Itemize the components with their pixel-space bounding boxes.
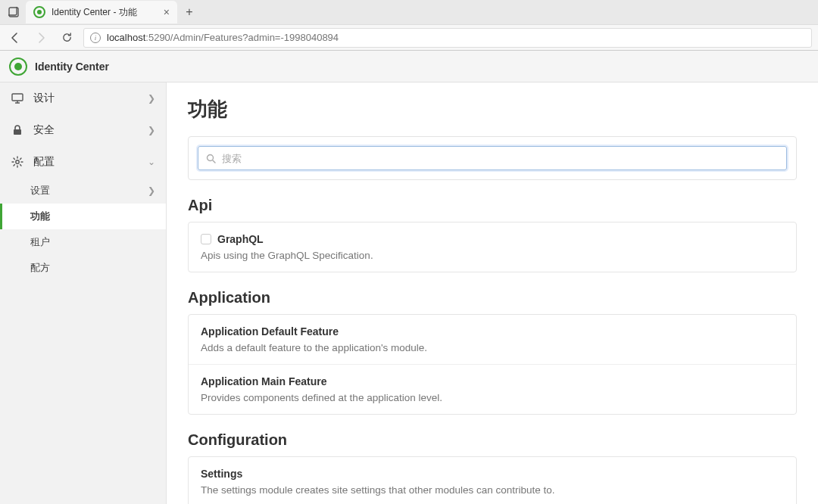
- feature-checkbox[interactable]: [201, 234, 211, 244]
- tab-favicon: [33, 6, 45, 18]
- chevron-right-icon: ❯: [148, 93, 155, 104]
- sidebar-item-security[interactable]: 安全 ❯: [0, 114, 166, 146]
- search-icon: [206, 154, 216, 163]
- sidebar-sub-label: 配方: [30, 261, 50, 275]
- feature-name: Application Main Feature: [201, 375, 326, 387]
- browser-chrome: Identity Center - 功能 × + i localhost:529…: [0, 0, 818, 51]
- svg-rect-2: [12, 94, 23, 101]
- feature-desc: Apis using the GraphQL Specification.: [201, 250, 784, 261]
- sidebar-item-label: 配置: [33, 155, 55, 169]
- sidebar-sub-features[interactable]: 功能: [0, 204, 166, 229]
- search-container: [188, 136, 797, 180]
- sidebar-sub-label: 租户: [30, 235, 50, 249]
- browser-toolbar: i localhost:5290/Admin/Features?admin=-1…: [0, 24, 818, 50]
- tab-title: Identity Center - 功能: [52, 6, 158, 19]
- lock-icon: [11, 124, 24, 136]
- new-tab-button[interactable]: +: [179, 2, 200, 23]
- chevron-down-icon: ⌄: [148, 157, 155, 167]
- svg-point-5: [208, 154, 214, 160]
- forward-button[interactable]: [32, 29, 50, 47]
- section-title-api: Api: [188, 197, 797, 214]
- feature-row: Application Main Feature Provides compon…: [189, 364, 796, 414]
- site-info-icon[interactable]: i: [90, 33, 101, 43]
- gear-icon: [11, 156, 24, 168]
- svg-point-4: [16, 160, 19, 163]
- feature-row: Application Default Feature Adds a defau…: [189, 315, 796, 364]
- sidebar-item-config[interactable]: 配置 ⌄: [0, 146, 166, 178]
- sidebar-sub-label: 设置: [30, 184, 50, 198]
- sidebar-item-design[interactable]: 设计 ❯: [0, 82, 166, 114]
- tab-overview-button[interactable]: [3, 2, 24, 22]
- feature-row: Settings The settings module creates sit…: [189, 457, 796, 504]
- section-title-configuration: Configuration: [188, 431, 797, 449]
- feature-name: GraphQL: [217, 233, 264, 245]
- feature-desc: The settings module creates site setting…: [201, 484, 784, 496]
- address-bar[interactable]: i localhost:5290/Admin/Features?admin=-1…: [83, 28, 812, 48]
- browser-tab-active[interactable]: Identity Center - 功能 ×: [26, 1, 177, 23]
- close-icon[interactable]: ×: [164, 6, 170, 18]
- app-body: 设计 ❯ 安全 ❯ 配置 ⌄ 设置 ❯ 功能 租户 配方: [0, 82, 818, 504]
- brand-icon: [9, 58, 27, 76]
- chevron-right-icon: ❯: [148, 125, 155, 135]
- reload-button[interactable]: [58, 29, 76, 47]
- section-title-application: Application: [188, 289, 797, 306]
- monitor-icon: [11, 92, 24, 104]
- sidebar-sub-tenants[interactable]: 租户: [0, 229, 166, 255]
- page-title: 功能: [188, 96, 797, 123]
- brand-title: Identity Center: [35, 61, 109, 73]
- chevron-right-icon: ❯: [148, 185, 166, 196]
- sidebar-sub-settings[interactable]: 设置 ❯: [0, 178, 166, 204]
- feature-name: Settings: [201, 468, 242, 480]
- sidebar: 设计 ❯ 安全 ❯ 配置 ⌄ 设置 ❯ 功能 租户 配方: [0, 82, 167, 504]
- feature-row: GraphQL Apis using the GraphQL Specifica…: [189, 222, 796, 272]
- browser-tabbar: Identity Center - 功能 × +: [0, 0, 818, 24]
- main-content: 功能 Api GraphQL Apis using the GraphQL Sp…: [167, 82, 818, 504]
- section-application: Application Default Feature Adds a defau…: [188, 314, 797, 415]
- app-header: Identity Center: [0, 51, 818, 82]
- feature-desc: Adds a default feature to the applicatio…: [201, 342, 784, 353]
- sidebar-item-label: 安全: [33, 123, 55, 137]
- feature-desc: Provides components defined at the appli…: [201, 392, 784, 403]
- search-input[interactable]: [222, 153, 779, 164]
- sidebar-item-label: 设计: [33, 92, 55, 105]
- sidebar-sub-label: 功能: [30, 210, 50, 223]
- feature-name: Application Default Feature: [201, 325, 339, 338]
- section-configuration: Settings The settings module creates sit…: [188, 456, 797, 504]
- search-box[interactable]: [198, 146, 787, 170]
- url-text: localhost:5290/Admin/Features?admin=-199…: [107, 32, 339, 43]
- section-api: GraphQL Apis using the GraphQL Specifica…: [188, 222, 797, 272]
- sidebar-sub-recipes[interactable]: 配方: [0, 255, 166, 281]
- back-button[interactable]: [6, 29, 24, 47]
- svg-rect-3: [14, 129, 21, 135]
